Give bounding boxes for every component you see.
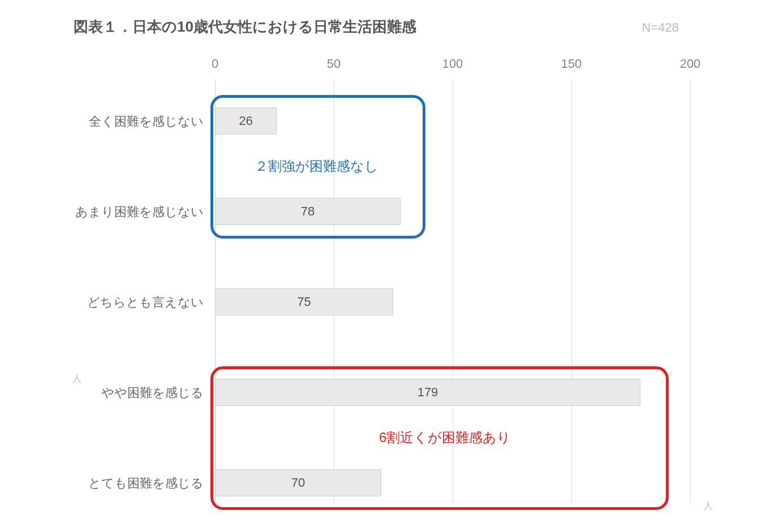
- category-label-0: 全く困難を感じない: [45, 113, 204, 130]
- annotation-text-blue: ２割強が困難感なし: [255, 157, 378, 175]
- y-axis-label: 人: [72, 373, 81, 385]
- category-label-1: あまり困難を感じない: [45, 204, 204, 220]
- gridline-200: [690, 79, 691, 503]
- category-label-2: どちらとも言えない: [45, 294, 204, 311]
- bar-value-2: 75: [297, 295, 311, 309]
- category-label-3: やや困難を感じる: [45, 384, 204, 401]
- chart-title: 図表１．日本の10歳代女性における日常生活困難感: [74, 17, 416, 37]
- category-label-4: とても困難を感じる: [45, 475, 204, 492]
- tick-150: 150: [554, 57, 588, 71]
- tick-0: 0: [198, 57, 232, 71]
- tick-100: 100: [436, 57, 470, 71]
- x-axis-unit: 人: [704, 500, 713, 512]
- tick-50: 50: [317, 57, 351, 71]
- sample-size-label: N=428: [642, 20, 679, 35]
- chart-container: 図表１．日本の10歳代女性における日常生活困難感 N=428 0 50 100 …: [68, 17, 713, 514]
- annotation-text-red: 6割近くが困難感あり: [379, 429, 511, 447]
- bar-2: 75: [215, 288, 393, 315]
- plot-area: 0 50 100 150 200 全く困難を感じない あまり困難を感じない どち…: [215, 51, 707, 509]
- tick-200: 200: [673, 57, 707, 71]
